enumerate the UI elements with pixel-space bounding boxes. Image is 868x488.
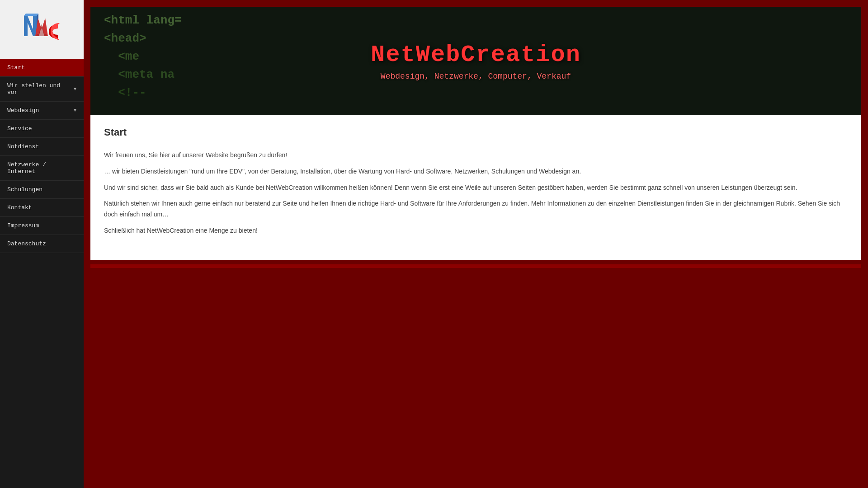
sidebar-item-start[interactable]: Start xyxy=(0,59,84,77)
sidebar-item-datenschutz[interactable]: Datenschutz xyxy=(0,235,84,253)
sidebar-item-wir-stellen-label: Wir stellen und vor xyxy=(7,82,74,96)
logo-image xyxy=(22,9,62,50)
main-area: <html lang= <head> <me <meta na <!-- Net… xyxy=(84,0,868,488)
nav-menu: Start Wir stellen und vor ▼ Webdesign ▼ … xyxy=(0,59,84,253)
sidebar-item-webdesign-label: Webdesign xyxy=(7,107,39,114)
paragraph-2: … wir bieten Dienstleistungen "rund um I… xyxy=(104,166,848,177)
sidebar-item-wir-stellen[interactable]: Wir stellen und vor ▼ xyxy=(0,77,84,102)
hero-title: NetWebCreation xyxy=(371,42,581,68)
sidebar-item-notdienst-label: Notdienst xyxy=(7,143,39,150)
hero-subtitle: Webdesign, Netzwerke, Computer, Verkauf xyxy=(371,72,581,81)
hero-text-container: NetWebCreation Webdesign, Netzwerke, Com… xyxy=(371,42,581,81)
sidebar-item-start-label: Start xyxy=(7,64,25,71)
content-wrapper: <html lang= <head> <me <meta na <!-- Net… xyxy=(90,7,861,260)
paragraph-5: Schließlich hat NetWebCreation eine Meng… xyxy=(104,225,848,236)
sidebar-item-service[interactable]: Service xyxy=(0,120,84,138)
sidebar-item-netzwerke-label: Netzwerke / Internet xyxy=(7,161,76,175)
sidebar-item-service-label: Service xyxy=(7,125,32,132)
sidebar-item-schulungen[interactable]: Schulungen xyxy=(0,181,84,199)
hero-banner: <html lang= <head> <me <meta na <!-- Net… xyxy=(90,7,861,115)
sidebar-item-kontakt-label: Kontakt xyxy=(7,204,32,211)
chevron-icon: ▼ xyxy=(74,108,76,113)
sidebar-item-schulungen-label: Schulungen xyxy=(7,186,42,193)
paragraph-3: Und wir sind sicher, dass wir Sie bald a… xyxy=(104,183,848,193)
content-footer-bar xyxy=(90,264,861,268)
paragraph-4: Natürlich stehen wir Ihnen auch gerne ei… xyxy=(104,198,848,220)
paragraph-1: Wir freuen uns, Sie hier auf unserer Web… xyxy=(104,150,848,161)
sidebar-item-notdienst[interactable]: Notdienst xyxy=(0,138,84,156)
sidebar-item-impressum[interactable]: Impressum xyxy=(0,217,84,235)
sidebar: Start Wir stellen und vor ▼ Webdesign ▼ … xyxy=(0,0,84,488)
sidebar-item-datenschutz-label: Datenschutz xyxy=(7,240,46,247)
sidebar-item-webdesign[interactable]: Webdesign ▼ xyxy=(0,102,84,120)
svg-marker-1 xyxy=(24,14,38,16)
sidebar-item-netzwerke[interactable]: Netzwerke / Internet xyxy=(0,156,84,181)
chevron-icon: ▼ xyxy=(74,87,76,92)
logo-container xyxy=(0,0,84,59)
svg-marker-0 xyxy=(24,16,37,36)
sidebar-item-kontakt[interactable]: Kontakt xyxy=(0,199,84,217)
sidebar-item-impressum-label: Impressum xyxy=(7,222,39,229)
page-title: Start xyxy=(104,127,848,142)
page-content: Start Wir freuen uns, Sie hier auf unser… xyxy=(90,115,861,260)
